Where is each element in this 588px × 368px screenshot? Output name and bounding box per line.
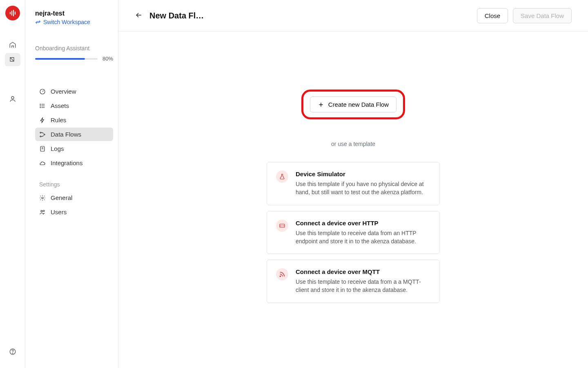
svg-point-15 [40,136,41,137]
onboarding-block: Onboarding Assistant 80% [35,45,113,62]
svg-point-14 [40,132,41,133]
bolt-icon [39,117,46,123]
switch-workspace-link[interactable]: Switch Workspace [35,19,113,25]
cloud-icon [39,160,46,166]
or-use-template-label: or use a template [331,141,375,147]
app-logo[interactable] [5,6,20,20]
onboarding-percent: 80% [102,56,113,62]
flask-icon [276,171,288,183]
workspace-name: nejra-test [35,10,113,17]
template-list: Device Simulator Use this template if yo… [267,162,440,303]
nav-settings-heading: Settings [39,181,113,188]
nav-data-flows[interactable]: Data Flows [35,128,113,141]
onboarding-label: Onboarding Assistant [35,45,113,52]
template-desc: Use this template to receive data from a… [296,229,430,246]
main-area: New Data Flow Close Save Data Flow Creat… [118,0,588,368]
sidebar: nejra-test Switch Workspace Onboarding A… [25,0,118,368]
rail-workspace-icon[interactable] [5,53,20,66]
nav-settings: General Users [35,191,113,219]
content: Create new Data Flow or use a template D… [118,31,588,368]
svg-point-6 [12,353,13,353]
rail-org-icon[interactable] [5,38,20,52]
rss-icon [276,268,288,280]
icon-rail [0,0,25,368]
flow-icon [39,131,46,138]
svg-point-22 [43,210,45,211]
nav-logs[interactable]: Logs [35,142,113,155]
nav-rules[interactable]: Rules [35,113,113,127]
gauge-icon [39,88,46,95]
nav-integrations[interactable]: Integrations [35,156,113,170]
svg-point-16 [44,134,45,135]
nav-general[interactable]: General [35,191,113,204]
nav-data-flows-label: Data Flows [51,131,81,138]
template-title: Device Simulator [296,171,430,177]
template-title: Connect a device over MQTT [296,268,430,275]
create-new-data-flow-button[interactable]: Create new Data Flow [310,96,396,112]
gear-icon [39,195,46,201]
svg-point-13 [40,107,40,108]
close-button[interactable]: Close [477,8,508,23]
template-title: Connect a device over HTTP [296,220,430,227]
nav-overview[interactable]: Overview [35,85,113,98]
template-desc: Use this template to receive data from a… [296,278,430,294]
topbar: New Data Flow Close Save Data Flow [118,0,588,31]
nav-assets[interactable]: Assets [35,99,113,112]
nav-general-label: General [51,194,72,201]
nav-main: Overview Assets Rules Data Flows Logs In… [35,85,113,170]
nav-overview-label: Overview [51,88,76,95]
list-icon [39,103,46,109]
svg-point-12 [40,105,40,106]
svg-point-11 [40,104,40,104]
svg-point-27 [280,276,281,277]
http-icon: HTTP [276,220,288,232]
back-button[interactable] [135,11,143,20]
svg-point-4 [11,96,14,99]
save-data-flow-button[interactable]: Save Data Flow [513,8,572,23]
logs-icon [39,146,46,152]
create-button-label: Create new Data Flow [328,101,389,108]
onboarding-progress [35,58,98,60]
template-http[interactable]: HTTP Connect a device over HTTP Use this… [267,211,440,254]
nav-assets-label: Assets [51,102,69,109]
template-mqtt[interactable]: Connect a device over MQTT Use this temp… [267,260,440,303]
create-highlight-frame: Create new Data Flow [301,90,405,119]
nav-integrations-label: Integrations [51,159,82,166]
nav-logs-label: Logs [51,145,64,152]
users-icon [39,209,46,215]
template-device-simulator[interactable]: Device Simulator Use this template if yo… [267,162,440,205]
plus-icon [318,101,324,108]
nav-users[interactable]: Users [35,205,113,219]
svg-text:HTTP: HTTP [280,225,285,227]
rail-user-icon[interactable] [5,92,20,105]
svg-point-20 [42,197,43,199]
rail-help-icon[interactable] [5,345,20,358]
switch-workspace-label: Switch Workspace [43,19,90,25]
template-desc: Use this template if you have no physica… [296,180,430,197]
nav-rules-label: Rules [51,117,66,123]
nav-users-label: Users [51,209,67,215]
page-title: New Data Flow [149,11,207,20]
svg-point-21 [41,210,42,212]
